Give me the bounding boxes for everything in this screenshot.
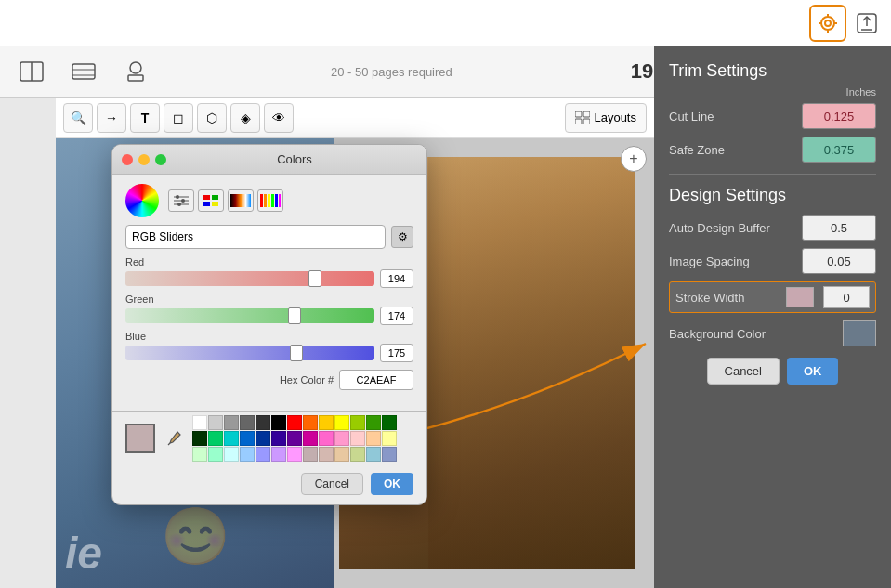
green-slider-thumb[interactable] [288, 307, 301, 324]
swatch-cell[interactable] [192, 415, 207, 430]
red-value-input[interactable] [380, 269, 413, 288]
swatch-cell[interactable] [224, 415, 239, 430]
swatch-cell[interactable] [334, 431, 349, 446]
swatch-cell[interactable] [192, 431, 207, 446]
swatch-cell[interactable] [319, 415, 334, 430]
palette-icons [168, 189, 283, 212]
dialog-body: RGB Sliders HSB Sliders CMYK Sliders Gra… [112, 175, 426, 407]
swatch-cell[interactable] [271, 431, 286, 446]
green-slider-track[interactable] [125, 308, 374, 323]
swatch-cell[interactable] [366, 431, 381, 446]
dialog-ok-button[interactable]: OK [371, 473, 413, 495]
image-spacing-input[interactable] [802, 248, 876, 274]
safe-zone-input[interactable] [802, 137, 876, 163]
dialog-maximize-button[interactable] [155, 154, 166, 165]
panel-cancel-button[interactable]: Cancel [707, 358, 780, 385]
swatch-cell[interactable] [303, 415, 318, 430]
colorbars-palette-icon[interactable] [257, 189, 283, 212]
swatch-cell[interactable] [382, 431, 397, 446]
scan-settings-button[interactable] [809, 5, 846, 42]
layouts-button[interactable]: Layouts [565, 103, 647, 133]
bg-color-swatch[interactable] [843, 320, 876, 346]
stroke-width-input[interactable] [823, 286, 870, 308]
swatch-cell[interactable] [319, 447, 334, 462]
dialog-cancel-button[interactable]: Cancel [301, 473, 363, 495]
divider-1 [669, 174, 876, 175]
blue-slider-thumb[interactable] [290, 345, 303, 361]
auto-buffer-input[interactable] [802, 215, 876, 241]
circle-tool-button[interactable]: ⬡ [197, 103, 227, 133]
svg-point-14 [130, 62, 141, 73]
swatch-cell[interactable] [303, 447, 318, 462]
swatch-cell[interactable] [287, 431, 302, 446]
swatch-cell[interactable] [350, 431, 365, 446]
swatch-cell[interactable] [208, 431, 223, 446]
stamp-icon[interactable] [119, 55, 152, 88]
swatch-cell[interactable] [303, 431, 318, 446]
bg-color-label: Background Color [669, 327, 766, 341]
gear-button[interactable]: ⚙ [391, 226, 413, 248]
rect-tool-button[interactable]: ◻ [164, 103, 193, 133]
swatch-cell[interactable] [240, 447, 255, 462]
arrow-tool-button[interactable]: → [97, 103, 126, 133]
swatch-cell[interactable] [208, 447, 223, 462]
swatch-cell[interactable] [334, 447, 349, 462]
swatch-cell[interactable] [319, 431, 334, 446]
swatch-cell[interactable] [334, 415, 349, 430]
swatch-cell[interactable] [350, 447, 365, 462]
svg-rect-11 [72, 64, 95, 79]
stroke-color-swatch[interactable] [786, 287, 814, 307]
add-canvas-button[interactable]: + [621, 146, 647, 172]
hex-input[interactable] [339, 370, 413, 390]
auto-buffer-row: Auto Design Buffer [669, 215, 876, 241]
swatch-cell[interactable] [366, 447, 381, 462]
blue-value-input[interactable] [380, 344, 413, 362]
dialog-close-button[interactable] [122, 154, 133, 165]
swatch-cell[interactable] [271, 447, 286, 462]
blue-slider-track[interactable] [125, 346, 374, 360]
total-images-count: 19 [631, 59, 653, 84]
grid-palette-icon[interactable] [198, 189, 224, 212]
swatch-cell[interactable] [192, 447, 207, 462]
text-tool-button[interactable]: T [130, 103, 160, 133]
swatch-cell[interactable] [240, 415, 255, 430]
book-icon[interactable] [15, 55, 48, 88]
red-slider-track[interactable] [125, 271, 374, 286]
swatch-cell[interactable] [382, 415, 397, 430]
cut-line-input[interactable] [802, 103, 876, 129]
swatch-cell[interactable] [350, 415, 365, 430]
svg-rect-28 [203, 202, 210, 206]
panel-ok-button[interactable]: OK [787, 358, 839, 385]
swatch-cell[interactable] [240, 431, 255, 446]
swatch-cell[interactable] [256, 447, 270, 462]
red-slider-thumb[interactable] [308, 270, 321, 287]
swatch-cell[interactable] [382, 447, 397, 462]
mode-select-row: RGB Sliders HSB Sliders CMYK Sliders Gra… [125, 225, 413, 249]
swatch-cell[interactable] [224, 447, 239, 462]
red-slider-row: Red [125, 256, 413, 288]
eye-tool-button[interactable]: 👁 [264, 103, 294, 133]
sliders-palette-icon[interactable] [168, 189, 194, 212]
swatch-cell[interactable] [287, 415, 302, 430]
swatch-cell[interactable] [366, 415, 381, 430]
color-mode-select[interactable]: RGB Sliders HSB Sliders CMYK Sliders Gra… [125, 225, 386, 249]
svg-rect-27 [212, 195, 218, 200]
layers-icon[interactable] [67, 55, 100, 88]
export-button[interactable] [850, 7, 884, 40]
dialog-minimize-button[interactable] [138, 154, 150, 165]
pin-tool-button[interactable]: ◈ [230, 103, 260, 133]
blue-slider-row: Blue [125, 331, 413, 362]
swatch-cell[interactable] [256, 415, 270, 430]
eyedropper-icon[interactable] [163, 427, 185, 450]
swatch-cell[interactable] [287, 447, 302, 462]
svg-rect-18 [575, 119, 582, 124]
zoom-tool-button[interactable]: 🔍 [63, 103, 93, 133]
swatch-cell[interactable] [256, 431, 270, 446]
color-wheel-icon[interactable] [125, 184, 159, 217]
image-spacing-label: Image Spacing [669, 255, 750, 268]
swatch-cell[interactable] [208, 415, 223, 430]
swatch-cell[interactable] [224, 431, 239, 446]
spectrum-palette-icon[interactable] [228, 189, 254, 212]
green-value-input[interactable] [380, 307, 413, 325]
swatch-cell[interactable] [271, 415, 286, 430]
